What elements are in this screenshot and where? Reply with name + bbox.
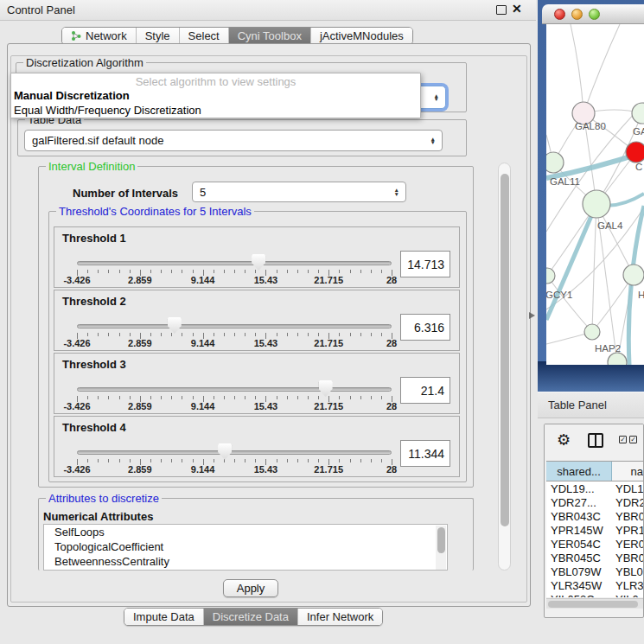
tick-mark xyxy=(161,459,162,462)
list-scrollbar[interactable] xyxy=(436,526,446,571)
table-row[interactable]: YBL079WYBL0 xyxy=(546,564,644,578)
tick-label: 21.715 xyxy=(314,338,343,348)
tab-style[interactable]: Style xyxy=(136,28,179,44)
popup-item-manual[interactable]: Manual Discretization xyxy=(14,89,130,102)
tick-mark xyxy=(287,459,288,462)
table-panel-title: Table Panel xyxy=(548,399,607,411)
table-row[interactable]: YDL19...YDL1 xyxy=(546,481,644,495)
panel-title: Control Panel xyxy=(7,3,75,16)
slider-track[interactable] xyxy=(77,324,392,328)
checkbox-icon[interactable]: ✓ xyxy=(629,436,637,443)
tab-cyni-toolbox[interactable]: Cyni Toolbox xyxy=(228,28,310,44)
zoom-traffic-light-icon[interactable] xyxy=(589,9,600,20)
threshold-value-field[interactable]: 14.713 xyxy=(400,251,450,277)
cell-name: YBR0 xyxy=(612,510,644,523)
tick-label: 9.144 xyxy=(191,464,215,475)
tick-mark xyxy=(287,270,288,273)
mouse-cursor xyxy=(529,312,535,319)
threshold-value-field[interactable]: 6.316 xyxy=(400,314,450,341)
attribute-item[interactable]: TopologicalCoefficient xyxy=(44,539,447,554)
tick-mark xyxy=(182,270,182,273)
num-intervals-combobox[interactable]: 5 ▲▼ xyxy=(192,182,406,202)
tick-label: 9.144 xyxy=(191,275,215,285)
slider-thumb[interactable] xyxy=(218,443,232,460)
table-horizontal-scrollbar[interactable] xyxy=(546,598,644,609)
slider-track[interactable] xyxy=(77,387,392,392)
tick-mark xyxy=(171,396,172,399)
tick-mark xyxy=(255,333,256,336)
close-icon[interactable]: ✕ xyxy=(512,2,522,16)
tick-mark xyxy=(161,270,162,273)
tick-label: 21.715 xyxy=(314,401,343,411)
slider-thumb[interactable] xyxy=(252,254,265,271)
stepper-arrows-icon: ▲▼ xyxy=(430,137,436,144)
attribute-item[interactable]: BetweennessCentrality xyxy=(44,554,447,569)
scrollbar-thumb[interactable] xyxy=(548,601,638,608)
minimize-traffic-light-icon[interactable] xyxy=(571,9,583,20)
table-row[interactable]: YER054CYER0 xyxy=(546,537,644,551)
tab-discretize-data[interactable]: Discretize Data xyxy=(203,609,297,625)
close-traffic-light-icon[interactable] xyxy=(554,9,565,20)
table-header-row: shared... na xyxy=(546,461,644,481)
tick-mark xyxy=(350,396,351,399)
tick-mark xyxy=(87,396,88,399)
tick-mark xyxy=(360,333,361,336)
column-header-shared-name[interactable]: shared... xyxy=(546,462,612,481)
svg-text:GAL4: GAL4 xyxy=(597,220,623,231)
tick-mark xyxy=(297,459,298,462)
tick-mark xyxy=(297,270,298,273)
tick-label: -3.426 xyxy=(63,338,90,348)
panel-vertical-scrollbar[interactable] xyxy=(498,163,511,571)
table-row[interactable]: YDR27...YDR2 xyxy=(546,495,644,509)
tick-mark xyxy=(119,459,120,462)
popup-prompt: Select algorithm to view settings xyxy=(11,75,420,88)
interval-definition-title: Interval Definition xyxy=(46,160,137,173)
float-window-icon[interactable] xyxy=(496,5,507,15)
cell-name: YBL0 xyxy=(612,565,644,578)
split-columns-icon[interactable] xyxy=(588,433,603,448)
network-icon xyxy=(71,30,82,41)
tick-mark xyxy=(182,396,182,399)
scrollbar-thumb[interactable] xyxy=(437,527,445,553)
column-header-name[interactable]: na xyxy=(612,462,644,481)
tick-mark xyxy=(371,333,372,336)
numerical-attributes-list[interactable]: SelfLoopsTopologicalCoefficientBetweenne… xyxy=(43,524,448,571)
popup-item-equal-width[interactable]: Equal Width/Frequency Discretization xyxy=(14,104,201,117)
table-row[interactable]: YBR045CYBR0 xyxy=(546,551,644,564)
slider-thumb[interactable] xyxy=(319,380,333,397)
table-row[interactable]: YBR043CYBR0 xyxy=(546,509,644,523)
tab-jactivemnodules[interactable]: jActiveMNodules xyxy=(310,28,412,44)
slider-track[interactable] xyxy=(77,261,392,265)
table-row[interactable]: YPR145WYPR1 xyxy=(546,523,644,537)
checkbox-icon[interactable]: ✓ xyxy=(619,436,627,443)
threshold-panel: Threshold 3-3.4262.8599.14415.4321.71528… xyxy=(54,353,460,414)
tab-select[interactable]: Select xyxy=(179,28,228,44)
tick-mark xyxy=(255,396,256,399)
tab-impute-data[interactable]: Impute Data xyxy=(124,609,203,625)
control-panel-titlebar xyxy=(0,0,536,21)
tab-label: Infer Network xyxy=(307,610,373,623)
tick-mark xyxy=(182,459,182,462)
tab-infer-network[interactable]: Infer Network xyxy=(297,609,382,625)
table-data-combobox[interactable]: galFiltered.sif default node ▲▼ xyxy=(24,130,443,151)
cell-shared-name: YER054C xyxy=(546,538,612,551)
table-row[interactable]: YIL052CYIL0 xyxy=(546,592,644,597)
apply-button[interactable]: Apply xyxy=(223,579,278,597)
network-window-titlebar[interactable] xyxy=(542,4,644,24)
tick-mark xyxy=(381,459,382,462)
attribute-item[interactable]: SelfLoops xyxy=(44,525,447,539)
scrollbar-thumb[interactable] xyxy=(501,174,509,526)
tick-mark xyxy=(182,333,182,336)
cell-name: YIL0 xyxy=(612,593,644,598)
tab-network[interactable]: Network xyxy=(62,28,136,44)
table-row[interactable]: YLR345WYLR3 xyxy=(546,578,644,592)
tick-mark xyxy=(381,270,382,273)
tick-label: -3.426 xyxy=(63,464,90,475)
slider-thumb[interactable] xyxy=(168,317,182,334)
tick-mark xyxy=(108,270,109,273)
slider-track[interactable] xyxy=(77,450,392,455)
threshold-value-field[interactable]: 21.4 xyxy=(400,377,450,404)
threshold-value-field[interactable]: 11.344 xyxy=(400,440,450,467)
network-canvas[interactable]: GAL80GACGAL11GAL4GCY1HHAP2 xyxy=(546,24,644,365)
gear-icon[interactable]: ⚙ xyxy=(557,430,571,450)
